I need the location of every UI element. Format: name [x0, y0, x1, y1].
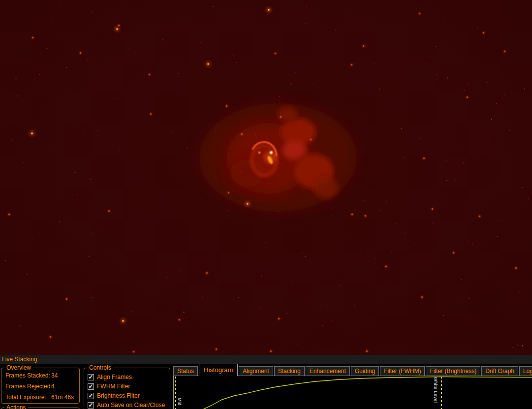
star	[260, 308, 261, 309]
star	[262, 156, 263, 157]
overview-row: Frames Stacked:34	[5, 372, 58, 379]
star	[291, 170, 292, 171]
tab-filter-fwhm-[interactable]: Filter (FWHM)	[380, 366, 425, 376]
image-viewer[interactable]	[0, 0, 532, 355]
star	[401, 128, 402, 129]
tab-filter-brightness-[interactable]: Filter (Brightness)	[426, 366, 480, 376]
overview-row-value: 34	[51, 372, 58, 379]
star	[128, 48, 129, 49]
star	[446, 180, 447, 181]
star	[119, 150, 120, 151]
star	[305, 256, 306, 257]
star	[318, 158, 319, 159]
star	[280, 116, 282, 118]
star	[483, 32, 484, 33]
star	[239, 13, 239, 14]
star	[275, 53, 276, 54]
star	[423, 157, 425, 159]
star	[162, 39, 163, 40]
star	[467, 96, 468, 98]
tab-guiding[interactable]: Guiding	[351, 366, 379, 376]
histogram-mid-level-line[interactable]	[175, 377, 176, 409]
star	[445, 160, 446, 161]
star	[365, 215, 366, 217]
tab-drift-graph[interactable]: Drift Graph	[481, 366, 518, 376]
star	[178, 73, 179, 74]
overview-row-label: Frames Rejected:	[5, 383, 51, 390]
star	[288, 212, 289, 213]
star	[491, 119, 492, 120]
star	[291, 283, 292, 284]
star	[116, 28, 118, 30]
star	[386, 201, 387, 202]
checkbox-fwhm-filter[interactable]: ✓FWHM Filter	[88, 383, 130, 390]
star	[277, 211, 279, 212]
tab-log[interactable]: Log	[519, 366, 532, 376]
star	[11, 139, 12, 140]
star	[173, 7, 174, 7]
checkbox-box[interactable]: ✓	[88, 383, 94, 390]
star	[268, 9, 270, 11]
tab-histogram[interactable]: Histogram	[199, 364, 238, 376]
star	[488, 137, 489, 138]
star	[351, 64, 352, 65]
star	[226, 105, 227, 107]
checkbox-label: Align Frames	[97, 374, 132, 380]
checkbox-brightness-filter[interactable]: ✓Brightness Filter	[88, 392, 140, 399]
tab-status[interactable]: Status	[173, 366, 198, 376]
star	[8, 214, 10, 215]
star	[255, 134, 256, 135]
star	[109, 325, 110, 326]
star	[270, 350, 272, 352]
star	[517, 345, 518, 346]
star	[302, 252, 303, 253]
star	[32, 37, 33, 38]
star	[207, 63, 209, 65]
controls-group: Controls ✓Align Frames✓FWHM Filter✓Brigh…	[84, 368, 170, 409]
star	[326, 165, 327, 166]
star	[66, 111, 67, 111]
star	[310, 139, 312, 140]
star	[395, 223, 396, 224]
histogram-white-level-line[interactable]	[441, 377, 442, 409]
star	[404, 157, 405, 158]
checkbox-auto-save-on-clear-close[interactable]: ✓Auto Save on Clear/Close	[88, 402, 165, 409]
star	[228, 210, 229, 211]
star	[80, 52, 81, 54]
tab-enhancement[interactable]: Enhancement	[306, 366, 350, 376]
star	[123, 214, 124, 215]
star	[497, 236, 498, 237]
star	[46, 48, 48, 50]
tab-stacking[interactable]: Stacking	[274, 366, 305, 376]
star	[118, 25, 120, 26]
overview-row: Total Exposure:61m 46s	[5, 394, 74, 401]
star	[453, 252, 454, 253]
star	[33, 65, 34, 66]
checkbox-box[interactable]: ✓	[88, 374, 94, 380]
star	[15, 78, 17, 79]
star	[501, 221, 501, 222]
star	[496, 103, 497, 104]
checkbox-align-frames[interactable]: ✓Align Frames	[88, 374, 132, 380]
checkbox-box[interactable]: ✓	[88, 393, 94, 399]
star	[133, 351, 134, 352]
star	[363, 45, 364, 47]
overview-row-label: Total Exposure:	[5, 394, 51, 401]
star	[66, 298, 67, 300]
star	[315, 134, 316, 135]
star	[206, 272, 208, 274]
star	[444, 18, 445, 19]
star	[202, 297, 203, 298]
tab-alignment[interactable]: Alignment	[239, 366, 273, 376]
overview-group: Overview Frames Stacked:34Frames Rejecte…	[1, 368, 80, 404]
histogram-pane: Mid White Level	[173, 376, 532, 409]
star	[241, 171, 242, 172]
star	[122, 320, 124, 322]
star	[456, 297, 457, 298]
star	[421, 5, 422, 6]
star	[432, 208, 433, 210]
star	[59, 5, 60, 6]
checkbox-box[interactable]: ✓	[88, 402, 94, 409]
star	[31, 132, 33, 134]
star	[149, 74, 150, 75]
